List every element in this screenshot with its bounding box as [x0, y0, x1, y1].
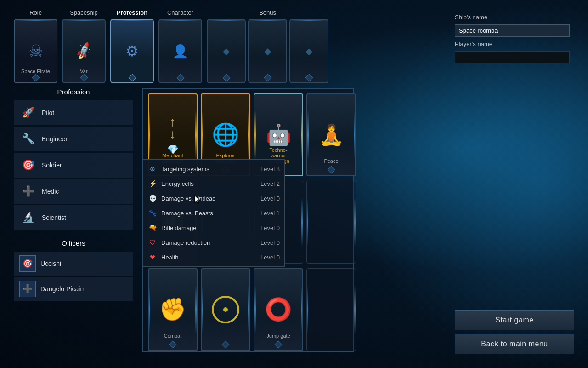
rifle-skill-name: Rifle damage — [161, 224, 249, 231]
reduction-skill-level: Level 0 — [252, 239, 280, 246]
character-icon: 👤 — [172, 44, 188, 59]
profession-diamond — [128, 74, 136, 82]
engineer-icon: 🔧 — [20, 131, 36, 147]
reduction-skill-name: Damage reduction — [161, 239, 249, 246]
officers-list: 🎯 Uccishi ➕ Dangelo Picairn — [14, 252, 133, 301]
bonus-label: Bonus — [259, 9, 276, 16]
ship-panel: Ship's name Space roomba Player's name — [455, 9, 574, 63]
peace-diamond — [328, 166, 335, 174]
uccishi-icon: 🎯 — [19, 255, 36, 272]
bonus-icon-1: ◆ — [223, 46, 230, 57]
bonus-diamond-3 — [305, 74, 313, 82]
role-diamond — [32, 74, 40, 82]
player-name-input[interactable] — [455, 51, 570, 63]
peace-icon: 🧘 — [319, 123, 344, 147]
officers-section: Officers 🎯 Uccishi ➕ Dangelo Picairn — [14, 239, 133, 301]
undead-skill-level: Level 0 — [252, 195, 280, 202]
beasts-skill-name: Damage vs. Beasts — [161, 210, 249, 217]
combat-label: Combat — [162, 333, 184, 339]
role-label: Role — [29, 9, 42, 16]
spaceship-label: Spaceship — [70, 9, 98, 16]
scientist-label: Scientist — [42, 214, 66, 221]
profession-item-pilot[interactable]: 🚀 Pilot — [14, 100, 133, 125]
profession-item-soldier[interactable]: 🎯 Soldier — [14, 153, 133, 178]
skill-row-targeting: ⊕ Targeting systems Level 8 — [143, 161, 284, 176]
character-label: Character — [167, 9, 193, 16]
targeting-circle-icon — [212, 296, 239, 323]
bonus-card-1[interactable]: ◆ — [207, 19, 246, 83]
beasts-skill-level: Level 1 — [252, 210, 280, 217]
pilot-label: Pilot — [42, 109, 54, 116]
skill-row-health: ❤ Health Level 0 — [143, 250, 284, 264]
start-game-button[interactable]: Start game — [455, 310, 574, 330]
bonus-group: Bonus ◆ ◆ ◆ — [207, 9, 328, 83]
bonus-icon-2: ◆ — [264, 46, 271, 57]
rifle-skill-icon: 🔫 — [147, 223, 158, 233]
energy-skill-icon: ⚡ — [147, 178, 158, 189]
right-spacer — [363, 88, 574, 336]
player-name-label: Player's name — [455, 40, 574, 47]
jump-gate-label: Jump gate — [264, 333, 292, 339]
spaceship-card[interactable]: 🚀 Var — [62, 19, 106, 83]
profession-panel: Profession 🚀 Pilot 🔧 Engineer 🎯 Soldier … — [14, 88, 133, 336]
profession-item-engineer[interactable]: 🔧 Engineer — [14, 126, 133, 151]
jump-gate-card[interactable]: ⭕ Jump gate — [254, 268, 303, 351]
bonus-diamond-1 — [222, 74, 230, 82]
bonus-card-2[interactable]: ◆ — [248, 19, 287, 83]
back-to-menu-button[interactable]: Back to main menu — [455, 334, 574, 354]
skill-row-rifle: 🔫 Rifle damage Level 0 — [143, 220, 284, 235]
ship-name-input[interactable]: Space roomba — [455, 24, 570, 37]
combat-card[interactable]: ✊ Combat — [148, 268, 198, 351]
skill-row-energy: ⚡ Energy cells Level 2 — [143, 176, 284, 191]
targeting-diamond — [222, 341, 230, 349]
spaceship-diamond — [80, 74, 88, 82]
profession-header-group: Profession ⚙ — [110, 9, 154, 83]
bottom-buttons: Start game Back to main menu — [455, 310, 574, 354]
health-skill-level: Level 0 — [252, 254, 280, 261]
peace-card[interactable]: 🧘 Peace — [306, 93, 356, 176]
skills-tooltip: ⊕ Targeting systems Level 8 ⚡ Energy cel… — [142, 159, 285, 267]
empty-card-3 — [306, 181, 356, 264]
combat-diamond — [169, 341, 177, 349]
bonus-card-3[interactable]: ◆ — [289, 19, 328, 83]
officer-dangelo[interactable]: ➕ Dangelo Picairn — [14, 277, 133, 301]
soldier-label: Soldier — [42, 161, 62, 169]
undead-skill-name: Damage vs. Undead — [161, 195, 249, 202]
targeting-skill-level: Level 8 — [252, 166, 280, 172]
ship-name-label: Ship's name — [455, 14, 574, 21]
campaign-grid-area: ↑ ↓ 💎 Merchantcampaign 🌐 Explorercampaig… — [142, 88, 354, 336]
bonus-icon-3: ◆ — [305, 46, 312, 57]
profession-item-medic[interactable]: ➕ Medic — [14, 179, 133, 204]
uccishi-label: Uccishi — [40, 260, 61, 267]
explorer-icon: 🌐 — [212, 122, 239, 148]
techno-warrior-icon: 🤖 — [266, 123, 291, 147]
targeting-skill-name: Targeting systems — [161, 166, 249, 172]
soldier-icon: 🎯 — [20, 157, 36, 173]
combat-icon: ✊ — [159, 297, 187, 322]
targeting-skill-icon: ⊕ — [147, 164, 158, 174]
officers-title: Officers — [14, 239, 133, 247]
dangelo-icon: ➕ — [19, 281, 36, 297]
dangelo-label: Dangelo Picairn — [40, 285, 86, 293]
profession-item-scientist[interactable]: 🔬 Scientist — [14, 205, 133, 230]
profession-header-label: Profession — [117, 9, 147, 16]
character-card[interactable]: 👤 — [158, 19, 202, 83]
targeting-card[interactable] — [201, 268, 250, 351]
medic-icon: ➕ — [20, 183, 36, 200]
role-card[interactable]: ☠ Space Pirate — [14, 19, 57, 83]
character-diamond — [176, 74, 184, 82]
profession-list: 🚀 Pilot 🔧 Engineer 🎯 Soldier ➕ Medic 🔬 — [14, 100, 133, 230]
engineer-label: Engineer — [42, 135, 68, 143]
health-skill-name: Health — [161, 254, 249, 261]
beasts-skill-icon: 🐾 — [147, 208, 158, 218]
profession-card[interactable]: ⚙ — [110, 19, 154, 83]
skill-row-beasts: 🐾 Damage vs. Beasts Level 1 — [143, 206, 284, 220]
character-group: Character 👤 — [158, 9, 202, 83]
energy-skill-name: Energy cells — [161, 180, 249, 187]
pilot-icon: 🚀 — [20, 104, 36, 121]
merchant-down-arrow: ↓ — [170, 127, 176, 142]
medic-label: Medic — [42, 188, 59, 195]
officer-uccishi[interactable]: 🎯 Uccishi — [14, 252, 133, 276]
profession-icon: ⚙ — [125, 42, 139, 60]
peace-label: Peace — [322, 158, 340, 164]
